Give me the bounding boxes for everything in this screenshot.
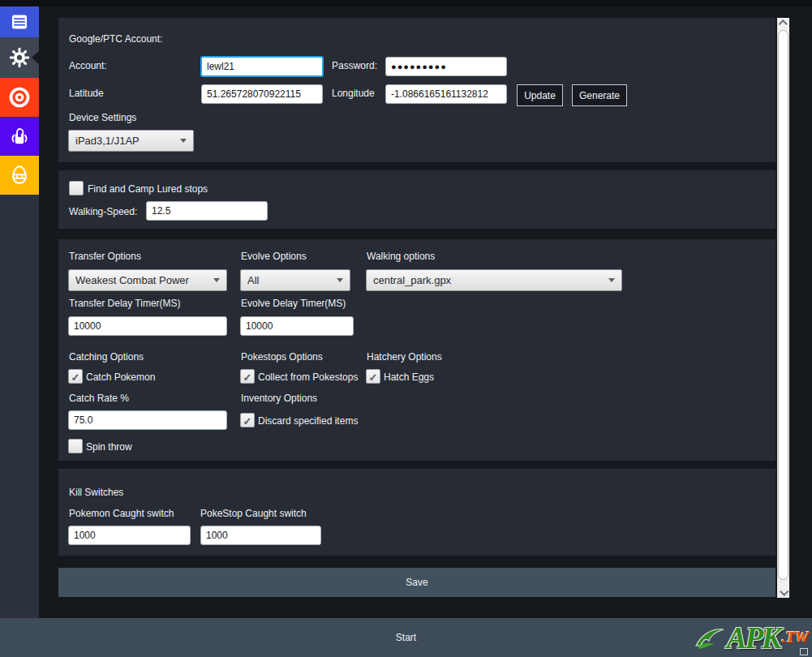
watermark-apk-text: APK [727,620,780,655]
catch-rate-label: Catch Rate % [69,393,129,404]
options-panel: Transfer Options Evolve Options Walking … [58,239,775,461]
gear-icon [8,46,31,69]
transfer-options-value: Weakest Combat Power [75,274,189,286]
device-settings-dropdown[interactable]: iPad3,1/J1AP [68,130,194,152]
bot-settings-window: Google/PTC Account: Account: Password: L… [0,0,812,657]
chevron-down-icon [180,139,187,143]
catch-rate-input[interactable] [68,410,227,430]
password-label: Password: [332,60,377,71]
password-input[interactable] [385,57,507,76]
egg-icon [8,164,31,187]
chevron-down-icon [608,278,615,282]
pokemon-caught-label: Pokemon Caught switch [69,508,174,519]
pokemon-caught-input[interactable] [68,526,191,545]
inventory-options-label: Inventory Options [241,393,317,404]
pokestops-options-label: Pokestops Options [241,351,323,363]
hatch-eggs-checkbox[interactable] [366,369,380,384]
find-camp-label: Find and Camp Lured stops [88,183,208,195]
transfer-delay-input[interactable] [68,316,227,336]
evolve-delay-label: Evolve Delay Timer(MS) [241,298,346,309]
save-button-label: Save [406,577,427,588]
vertical-scrollbar[interactable] [777,18,789,598]
chevron-up-icon [778,19,787,28]
evolve-delay-input[interactable] [240,316,354,336]
start-button[interactable]: Start [396,632,416,643]
sidebar-item-menu[interactable] [0,6,39,37]
section-title-account: Google/PTC Account: [69,33,162,45]
window-top-strip [0,0,812,6]
latitude-input[interactable] [201,84,323,104]
walking-options-dropdown[interactable]: central_park.gpx [366,269,622,291]
camp-panel: Find and Camp Lured stops Walking-Speed: [58,170,775,229]
save-button[interactable]: Save [58,568,775,597]
device-settings-label: Device Settings [69,112,136,123]
transfer-options-dropdown[interactable]: Weakest Combat Power [68,269,227,291]
walking-options-value: central_park.gpx [373,274,451,286]
account-label: Account: [69,60,107,71]
spin-throw-checkbox[interactable] [68,439,83,453]
chevron-down-icon [213,278,220,282]
pokestop-caught-input[interactable] [200,526,321,545]
chevron-down-icon [780,587,788,596]
walking-speed-label: Walking-Speed: [69,206,137,217]
scrollbar-thumb[interactable] [778,30,788,580]
collect-pokestops-label: Collect from Pokestops [258,371,358,383]
spin-throw-label: Spin throw [86,441,132,453]
scroll-down-button[interactable] [777,586,789,598]
apk-tw-watermark: APK .TW [694,620,809,655]
footer-bar: Start [0,618,812,657]
list-icon [9,12,30,32]
walking-options-label: Walking options [367,251,435,262]
update-button[interactable]: Update [517,84,563,106]
sidebar-item-pokeball[interactable] [0,78,39,117]
latitude-label: Latitude [69,88,104,99]
pokestop-caught-label: PokeStop Caught switch [200,508,307,519]
hatchery-options-label: Hatchery Options [367,351,442,363]
evolve-options-value: All [247,274,259,286]
transfer-delay-label: Transfer Delay Timer(MS) [69,298,181,309]
sidebar-item-egg[interactable] [0,156,39,195]
hatch-eggs-label: Hatch Eggs [384,371,434,383]
sidebar [0,6,39,618]
transfer-options-label: Transfer Options [69,251,141,262]
watermark-tw-text: .TW [782,629,809,646]
kill-switches-panel: Kill Switches Pokemon Caught switch Poke… [58,469,775,556]
corner-glyph [800,648,808,655]
sidebar-item-bag[interactable] [0,117,39,156]
selected-tab-notch [32,51,39,64]
chevron-down-icon [337,278,343,282]
find-camp-checkbox[interactable] [69,181,84,195]
collect-pokestops-checkbox[interactable] [240,369,255,384]
kill-switches-title: Kill Switches [69,487,123,498]
catch-pokemon-label: Catch Pokemon [86,371,155,383]
evolve-options-label: Evolve Options [241,251,307,262]
account-input[interactable] [200,56,324,77]
discard-items-label: Discard specified items [258,415,358,427]
catch-pokemon-checkbox[interactable] [68,369,83,384]
catching-options-label: Catching Options [69,351,144,363]
longitude-label: Longitude [332,88,375,99]
account-panel: Google/PTC Account: Account: Password: L… [58,18,775,162]
bag-icon [8,125,31,148]
evolve-options-dropdown[interactable]: All [240,269,350,291]
pokeball-icon [8,86,31,109]
scroll-up-button[interactable] [777,18,789,29]
discard-items-checkbox[interactable] [240,413,255,427]
flame-icon [694,621,727,654]
generate-button[interactable]: Generate [572,84,627,106]
longitude-input[interactable] [385,84,507,104]
walking-speed-input[interactable] [146,201,268,221]
sidebar-item-settings[interactable] [0,37,39,78]
device-settings-value: iPad3,1/J1AP [75,135,140,147]
